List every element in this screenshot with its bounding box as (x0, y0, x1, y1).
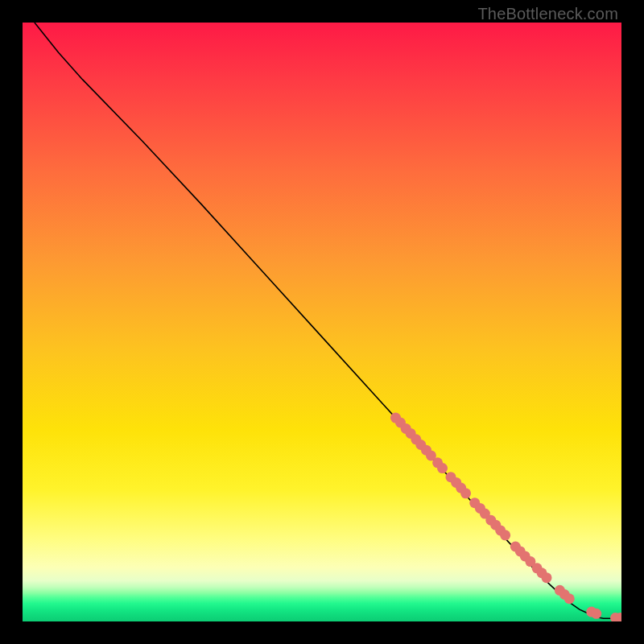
data-point (500, 530, 510, 540)
chart-svg (23, 23, 621, 621)
data-point (460, 488, 471, 498)
data-point (564, 593, 575, 604)
attribution-text: TheBottleneck.com (477, 5, 618, 23)
data-point (542, 572, 552, 583)
bottleneck-curve (35, 23, 621, 618)
chart-frame: TheBottleneck.com (0, 0, 644, 644)
data-point (437, 463, 448, 473)
data-point (591, 609, 601, 619)
dot-cluster (390, 413, 621, 621)
plot-area (23, 23, 621, 621)
